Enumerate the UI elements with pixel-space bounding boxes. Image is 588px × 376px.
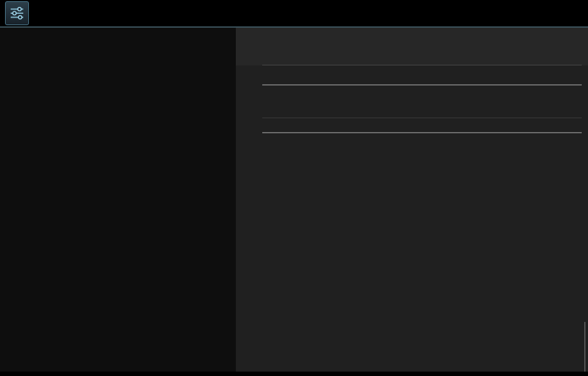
settings-app-screen xyxy=(0,0,588,376)
nav-spacer xyxy=(0,28,236,44)
storage-panel xyxy=(236,28,588,376)
settings-app-icon xyxy=(5,1,29,25)
usage-bar-block xyxy=(236,86,588,118)
gg-section-header xyxy=(236,118,588,133)
scrollbar[interactable] xyxy=(584,322,585,372)
settings-nav xyxy=(0,28,236,376)
storage-usage-bar xyxy=(294,94,577,109)
panel-title-row xyxy=(236,28,588,65)
screen-bottom-edge xyxy=(0,372,588,376)
internal-storage-header xyxy=(236,65,588,86)
top-bar xyxy=(0,0,588,28)
